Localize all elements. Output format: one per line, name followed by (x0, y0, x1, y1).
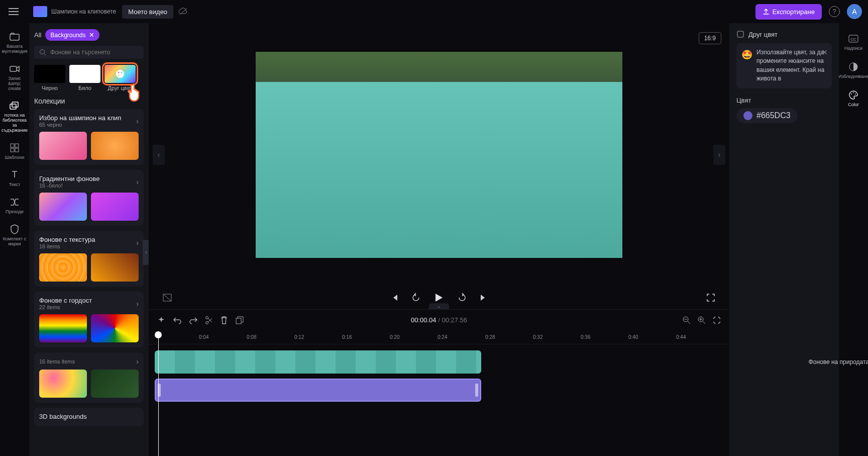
collection-items[interactable]: 16 items items› (34, 352, 144, 403)
emoji-icon: 🤩 (741, 48, 752, 83)
svg-rect-2 (10, 66, 17, 71)
video-track-clip[interactable] (155, 350, 481, 374)
svg-point-17 (206, 316, 208, 319)
collection-3d[interactable]: 3D backgrounds (34, 408, 144, 426)
close-icon[interactable]: ✕ (89, 31, 94, 39)
upload-icon (763, 8, 770, 15)
right-rail-fade[interactable]: Избледняване (839, 57, 867, 83)
search-input[interactable] (50, 49, 139, 56)
safe-zone-toggle[interactable] (161, 291, 174, 304)
search-input-wrap[interactable] (34, 46, 144, 59)
rail-transitions[interactable]: Преходи (1, 193, 29, 219)
chevron-right-icon: › (136, 117, 139, 125)
ruler-tick: 0:20 (390, 334, 399, 340)
right-panel: Друг цвят 🤩 Използвайте цвят, за да пром… (729, 23, 839, 456)
svg-point-32 (853, 92, 854, 93)
rewind-button[interactable] (409, 291, 422, 304)
svg-rect-6 (15, 144, 19, 147)
svg-point-31 (851, 94, 852, 95)
export-button[interactable]: Експортиране (755, 4, 822, 20)
collection-clip-champion[interactable]: Избор на шампион на клип65 черно› (34, 109, 144, 165)
rail-brand-kit[interactable]: Комплект с марки (1, 220, 29, 251)
palette-icon (848, 90, 858, 100)
rail-text[interactable]: T Текст (1, 165, 29, 192)
timecode-display: 00:00.04 / 00:27.56 (411, 316, 467, 324)
svg-text:CC: CC (850, 37, 856, 42)
ruler-tick: 0:24 (438, 334, 447, 340)
project-name[interactable]: Моето видео (122, 5, 173, 19)
close-tip-button[interactable]: ✕ (822, 47, 828, 57)
svg-point-9 (40, 50, 45, 54)
chevron-right-icon: › (136, 357, 139, 366)
preview-next-button[interactable]: › (713, 145, 725, 165)
right-rail-color[interactable]: Color (839, 85, 867, 112)
svg-rect-1 (10, 34, 19, 40)
filter-chip-backgrounds[interactable]: Backgrounds✕ (45, 29, 99, 41)
right-panel-title: Друг цвят (748, 31, 778, 38)
skip-end-button[interactable] (477, 291, 490, 304)
ruler-tick: 0:28 (485, 334, 495, 340)
cloud-sync-icon (178, 8, 188, 16)
side-panel: All Backgrounds✕ Черно Бяло Друг цвят (29, 23, 149, 456)
ruler-tick: 0:44 (676, 334, 686, 340)
zoom-out-button[interactable] (682, 316, 691, 325)
redo-button[interactable] (189, 316, 198, 324)
nature-backgrounds-label: Фонове на природата (809, 358, 868, 366)
ruler-tick: 0:16 (342, 334, 352, 340)
undo-button[interactable] (173, 316, 182, 324)
ruler-tick: 0:04 (199, 334, 208, 340)
preview-prev-button[interactable]: ‹ (153, 145, 165, 165)
swatch-white[interactable]: Бяло (69, 65, 100, 91)
svg-rect-19 (236, 318, 241, 324)
filter-all[interactable]: All (34, 31, 41, 39)
color-picker-chip[interactable]: #665DC3 (736, 108, 798, 123)
svg-line-10 (44, 54, 46, 55)
timeline-collapse-handle[interactable]: ⌄ (429, 303, 449, 309)
aspect-ratio-button[interactable]: 16:9 (699, 32, 721, 44)
ruler-tick: 0:08 (247, 334, 256, 340)
right-rail-captions[interactable]: CC Надписи (839, 29, 867, 55)
svg-point-18 (206, 321, 208, 324)
user-avatar[interactable]: A (847, 4, 862, 19)
timeline-ruler[interactable]: 0:040:080:120:160:200:240:280:320:360:40… (149, 330, 729, 344)
right-rail: CC Надписи Избледняване Color (839, 23, 868, 456)
collection-textured[interactable]: Фонове с текстура18 items› (34, 231, 144, 287)
rail-content-library[interactable]: потека на библиотека за съдържание (1, 96, 29, 137)
svg-rect-3 (10, 104, 16, 109)
forward-button[interactable] (456, 291, 469, 304)
ruler-tick: 0:12 (294, 334, 304, 340)
collection-gradients[interactable]: Градиентни фонове16 -бяло!› (34, 170, 144, 226)
panel-collapse-handle[interactable]: ‹ (143, 240, 149, 265)
color-dot (743, 111, 752, 120)
rail-templates[interactable]: Шаблони (1, 138, 29, 164)
fullscreen-button[interactable] (704, 291, 717, 304)
delete-button[interactable] (220, 316, 228, 325)
rail-record[interactable]: Запис &amp; create (1, 59, 29, 96)
playhead[interactable] (155, 331, 162, 338)
help-button[interactable]: ? (829, 6, 840, 17)
chevron-right-icon: › (136, 239, 139, 247)
app-logo (33, 6, 47, 17)
ruler-tick: 0:40 (628, 334, 638, 340)
skip-start-button[interactable] (388, 291, 401, 304)
zoom-in-button[interactable] (697, 316, 706, 325)
svg-rect-8 (15, 148, 19, 152)
zoom-fit-button[interactable] (712, 316, 721, 325)
rail-your-media[interactable]: Вашата мултимедия (1, 27, 29, 58)
svg-point-33 (855, 94, 856, 95)
svg-rect-27 (737, 31, 743, 37)
split-button[interactable] (205, 316, 213, 325)
color-track-clip[interactable] (155, 379, 481, 402)
video-preview[interactable] (256, 52, 622, 258)
svg-line-26 (703, 321, 705, 324)
svg-rect-7 (11, 148, 14, 152)
swatch-black[interactable]: Черно (34, 65, 65, 91)
swatch-custom-color[interactable]: Друг цвят (104, 65, 136, 91)
clip-right-handle[interactable] (475, 384, 478, 397)
magic-tool-button[interactable] (157, 316, 166, 325)
collection-pride[interactable]: Фонове с гордост22 items› (34, 292, 144, 347)
duplicate-button[interactable] (235, 316, 244, 325)
svg-line-16 (163, 294, 171, 301)
menu-hamburger[interactable] (6, 4, 21, 19)
chevron-right-icon: › (136, 178, 139, 186)
